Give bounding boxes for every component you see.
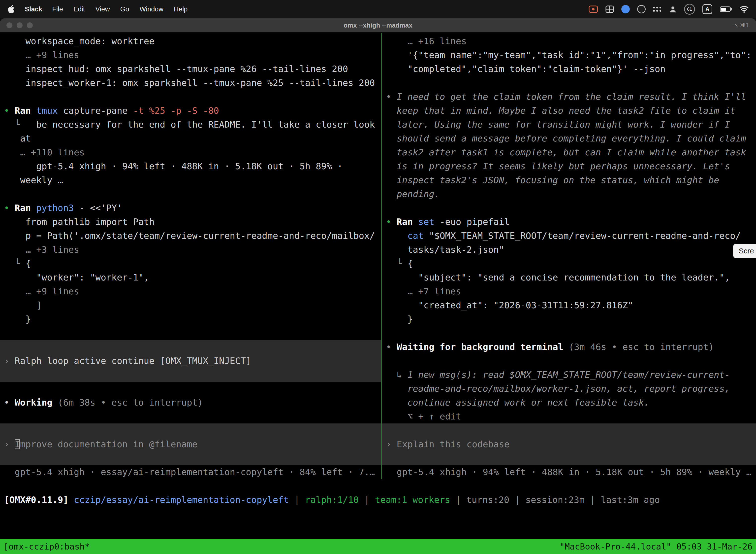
text-segment: … +16 lines [386, 36, 466, 46]
text-segment: inspect_hud: omx sparkshell --tmux-pane … [4, 64, 348, 74]
waiting-status: • Waiting for background terminal (3m 46… [382, 340, 756, 354]
text-segment: team:1 workers [375, 495, 450, 505]
menu-bar: Slack FileEditViewGoWindowHelp 61 A [0, 0, 756, 18]
menu-item-file[interactable]: File [52, 5, 63, 13]
text-segment: Waiting for background terminal [397, 342, 569, 352]
text-segment: - <<'PY' [79, 203, 122, 213]
close-button[interactable] [6, 22, 12, 28]
text-segment: tmux [36, 106, 63, 116]
wifi-icon[interactable] [740, 5, 749, 13]
terminal-line: cat "$OMX_TEAM_STATE_ROOT/team/review-cu… [382, 229, 756, 243]
terminal-line: '{"team_name":"my-team","task_id":"1","f… [382, 48, 756, 62]
terminal-line: inspect_worker-1: omx sparkshell --tmux-… [0, 76, 381, 90]
text-segment [386, 231, 407, 241]
omx-status-line: [OMX#0.11.9] cczip/essay/ai-reimplementa… [0, 493, 756, 507]
text-segment: ] [4, 300, 42, 310]
text-segment: › [4, 356, 15, 366]
text-segment: cczip/essay/ai-reimplementation-copyleft [74, 495, 289, 505]
user-icon[interactable] [669, 5, 677, 13]
text-segment: Explain this codebase [397, 439, 509, 449]
text-segment: { [407, 258, 413, 269]
terminal-line: keep that in mind. Maybe I also need the… [382, 104, 756, 118]
text-segment: pending. [386, 189, 440, 199]
menu-item-window[interactable]: Window [140, 5, 164, 13]
tmux-panes: workspace_mode: worktree … +9 lines insp… [0, 33, 756, 479]
menu-item-go[interactable]: Go [120, 5, 129, 13]
screen-recording-icon[interactable] [588, 5, 598, 13]
terminal-line: "created_at": "2026-03-31T11:59:27.816Z" [382, 298, 756, 312]
terminal-line: └ { [382, 257, 756, 271]
tmux-status-bar: [omx-cczip0:bash* "MacBook-Pro-44.local"… [0, 539, 756, 554]
zoom-button[interactable] [27, 22, 33, 28]
terminal-line: inspect_hud: omx sparkshell --tmux-pane … [0, 62, 381, 76]
text-segment: ralph:1/10 [305, 495, 359, 505]
text-segment: (3m 46s • esc to interrupt) [569, 342, 714, 352]
terminal-line: "worker": "worker-1", [0, 271, 381, 284]
traffic-lights [6, 22, 33, 28]
text-segment: Ralph loop active continue [OMX_TMUX_INJ… [15, 356, 251, 366]
window-shortcut-hint: ⌥⌘1 [733, 22, 750, 29]
terminal-line: • Ran set -euo pipefail [382, 215, 756, 229]
text-segment: | [450, 495, 466, 505]
text-segment: tasks/task-2.json" [386, 244, 504, 255]
text-segment: … +110 lines [4, 147, 84, 157]
text-segment: keep that in mind. Maybe I also need the… [386, 106, 736, 116]
menu-app-name[interactable]: Slack [25, 5, 43, 13]
text-segment: | [359, 495, 375, 505]
text-segment: last:3m ago [601, 495, 660, 505]
text-segment: ⌥ + ↑ edit [386, 411, 461, 422]
window-grid-icon[interactable] [606, 5, 614, 13]
text-segment: Ran [397, 217, 418, 227]
text-segment: • [386, 92, 397, 102]
text-segment: later. Using the same for transition mig… [386, 119, 730, 129]
battery-gauge-icon[interactable]: 61 [684, 4, 695, 15]
blank-line [0, 90, 381, 104]
menu-item-view[interactable]: View [96, 5, 110, 13]
text-segment: Ran [15, 106, 36, 116]
text-segment: gpt-5.4 xhigh · 94% left · 488K in · 5.1… [4, 161, 342, 171]
menubar-menus: FileEditViewGoWindowHelp [52, 5, 188, 13]
text-segment: should send a message before completing … [386, 133, 746, 144]
input-source-label: A [705, 6, 710, 13]
left-pane[interactable]: workspace_mode: worktree … +9 lines insp… [0, 33, 381, 479]
text-segment: from pathlib import Path [4, 217, 154, 227]
text-segment: › [4, 439, 15, 449]
dots-grid-icon[interactable] [653, 6, 662, 12]
text-segment: Ran [15, 203, 36, 213]
text-segment: | [289, 495, 305, 505]
minimize-button[interactable] [17, 22, 22, 28]
text-segment: I need to get the claim token from the c… [397, 92, 746, 102]
dark-app-icon[interactable] [637, 5, 646, 13]
text-segment: inspect_worker-1: omx sparkshell --tmux-… [4, 78, 375, 88]
text-segment: "$OMX_TEAM_STATE_ROOT/team/review-curren… [429, 231, 741, 241]
terminal-line: is in progress? It seems likely but perh… [382, 159, 756, 173]
menu-item-edit[interactable]: Edit [73, 5, 85, 13]
apple-menu[interactable] [7, 5, 15, 13]
window-titlebar[interactable]: omx --xhigh --madmax ⌥⌘1 [0, 18, 756, 33]
blank-line [382, 201, 756, 215]
text-segment: readme-and-reco/mailbox/worker-1.json, a… [386, 384, 730, 394]
input-source-icon[interactable]: A [702, 4, 712, 14]
text-segment: set [418, 217, 440, 227]
text-segment: gpt-5.4 xhigh · essay/ai-reimplementatio… [4, 467, 375, 477]
text-segment: "created_at": "2026-03-31T11:59:27.816Z" [386, 300, 633, 310]
text-segment: └ [4, 258, 25, 269]
text-segment: … +3 lines [4, 244, 79, 255]
battery-icon[interactable] [720, 6, 732, 12]
text-segment: • [386, 217, 397, 227]
composer-input: › Improve documentation in @filename [0, 424, 381, 465]
menu-item-help[interactable]: Help [174, 5, 188, 13]
text-segment: I [15, 439, 20, 449]
text-segment: 1 new msg(s): read $OMX_TEAM_STATE_ROOT/… [407, 370, 730, 380]
blue-app-icon[interactable] [621, 5, 630, 13]
screenshot-popup[interactable]: Scre [733, 244, 756, 258]
blank-line [0, 409, 381, 424]
right-pane[interactable]: … +16 lines '{"team_name":"my-team","tas… [382, 33, 756, 479]
terminal-line: • Ran tmux capture-pane -t %25 -p -S -80 [0, 104, 381, 118]
blank-line [0, 326, 381, 340]
text-segment: • [386, 342, 397, 352]
pane-footer: gpt-5.4 xhigh · essay/ai-reimplementatio… [0, 465, 381, 479]
terminal-line: task2 after task1 is complete, but can I… [382, 146, 756, 159]
tmux-session-label: [omx-cczip0:bash* [3, 542, 90, 552]
text-segment: "worker": "worker-1", [4, 272, 149, 282]
